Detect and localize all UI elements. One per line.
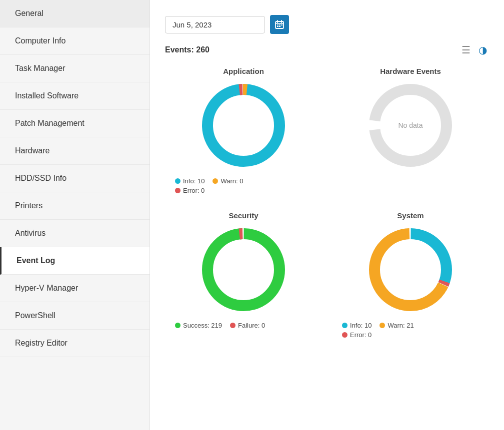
sidebar-item-event-log[interactable]: Event Log (0, 247, 150, 275)
svg-rect-8 (279, 26, 280, 27)
legend-item: Warn: 21 (380, 322, 414, 329)
calendar-button[interactable] (270, 15, 289, 34)
sidebar-item-registry-editor[interactable]: Registry Editor (0, 330, 150, 357)
svg-rect-5 (279, 24, 280, 25)
legend-label: Success: 219 (183, 322, 222, 329)
legend-row: Error: 0 (337, 331, 489, 339)
legend-dot (175, 188, 180, 193)
chart-title: Security (228, 211, 258, 220)
sidebar-item-printers[interactable]: Printers (0, 192, 150, 220)
legend-label: Error: 0 (183, 187, 204, 194)
legend-item: Info: 10 (342, 322, 372, 329)
donut-chart (198, 80, 288, 170)
no-data-text: No data (398, 121, 422, 129)
legend-item: Warn: 0 (212, 177, 243, 185)
donut-chart (198, 225, 288, 315)
donut-chart (366, 225, 456, 315)
svg-point-14 (208, 234, 280, 306)
legend-row: Info: 10Warn: 21 (337, 322, 489, 329)
chart-legend: Success: 219Failure: 0 (165, 322, 322, 331)
legend-dot (175, 178, 180, 184)
legend-item: Info: 10 (175, 177, 204, 185)
legend-row: Error: 0 (170, 187, 322, 194)
chart-view-icon[interactable]: ◑ (476, 43, 489, 57)
sidebar-item-task-manager[interactable]: Task Manager (0, 55, 150, 82)
legend-item: Success: 219 (175, 322, 222, 329)
legend-dot (230, 323, 236, 328)
chart-legend: Info: 10Warn: 0Error: 0 (165, 177, 322, 196)
legend-row: Success: 219Failure: 0 (170, 322, 322, 329)
charts-grid: ApplicationInfo: 10Warn: 0Error: 0Hardwa… (165, 67, 489, 341)
sidebar: GeneralComputer InfoTask ManagerInstalle… (0, 0, 150, 430)
sidebar-item-computer-info[interactable]: Computer Info (0, 27, 150, 55)
legend-item: Error: 0 (175, 187, 204, 194)
svg-point-9 (208, 89, 280, 161)
calendar-icon (274, 19, 284, 29)
svg-rect-7 (277, 26, 278, 27)
chart-section-application: ApplicationInfo: 10Warn: 0Error: 0 (165, 67, 322, 196)
events-count: Events: 260 (165, 45, 210, 54)
chart-legend: Info: 10Warn: 21Error: 0 (332, 322, 489, 341)
svg-rect-4 (277, 24, 278, 25)
events-row: Events: 260 ☰ ◑ (165, 43, 489, 57)
legend-label: Info: 10 (350, 322, 372, 329)
legend-dot (380, 323, 385, 328)
chart-title: Hardware Events (380, 67, 441, 75)
legend-label: Error: 0 (350, 331, 372, 339)
sidebar-item-patch-management[interactable]: Patch Management (0, 110, 150, 137)
svg-rect-6 (281, 24, 282, 25)
list-view-icon[interactable]: ☰ (460, 43, 472, 57)
chart-section-system: SystemInfo: 10Warn: 21Error: 0 (332, 211, 489, 341)
chart-title: Application (223, 67, 264, 75)
chart-section-hardware-events: Hardware EventsNo data (332, 67, 489, 196)
legend-label: Failure: 0 (238, 322, 265, 329)
sidebar-item-hdd-ssd-info[interactable]: HDD/SSD Info (0, 165, 150, 192)
donut-svg (366, 225, 456, 315)
donut-svg (198, 80, 288, 170)
sidebar-item-powershell[interactable]: PowerShell (0, 302, 150, 330)
view-icons: ☰ ◑ (460, 43, 489, 57)
donut-chart: No data (366, 80, 456, 170)
sidebar-item-antivirus[interactable]: Antivirus (0, 220, 150, 247)
chart-section-security: SecuritySuccess: 219Failure: 0 (165, 211, 322, 341)
date-input[interactable] (165, 16, 265, 33)
legend-label: Warn: 21 (388, 322, 414, 329)
legend-label: Warn: 0 (220, 177, 243, 185)
sidebar-item-hardware[interactable]: Hardware (0, 137, 150, 165)
sidebar-item-hyper-v-manager[interactable]: Hyper-V Manager (0, 275, 150, 302)
chart-title: System (397, 211, 424, 220)
sidebar-item-installed-software[interactable]: Installed Software (0, 82, 150, 110)
legend-dot (175, 323, 180, 328)
sidebar-item-general[interactable]: General (0, 0, 150, 27)
date-row (165, 15, 489, 34)
legend-dot (212, 178, 218, 184)
donut-svg (198, 225, 288, 315)
legend-dot (342, 323, 348, 328)
main-content: Events: 260 ☰ ◑ ApplicationInfo: 10Warn:… (150, 0, 504, 430)
legend-item: Error: 0 (342, 331, 372, 339)
legend-dot (342, 332, 348, 338)
legend-label: Info: 10 (183, 177, 204, 185)
legend-row: Info: 10Warn: 0 (170, 177, 322, 185)
legend-item: Failure: 0 (230, 322, 265, 329)
